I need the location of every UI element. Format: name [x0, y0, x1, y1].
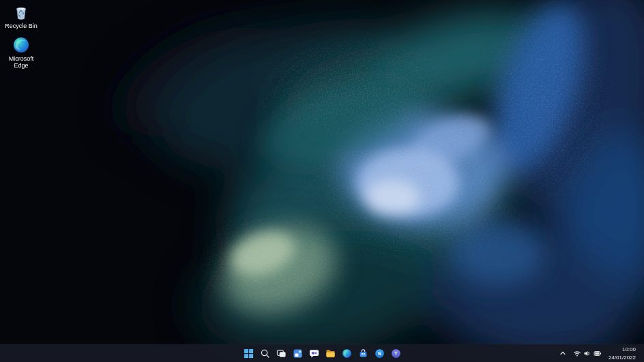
tray-clock-button[interactable]: 10:00 24/01/2022: [606, 346, 639, 361]
desktop-icon-microsoft-edge[interactable]: Microsoft Edge: [0, 36, 42, 69]
taskbar: S T: [0, 344, 644, 362]
search-button[interactable]: [257, 346, 272, 361]
desktop-icon-label: Microsoft Edge: [1, 55, 41, 69]
teams-icon: T: [391, 348, 401, 359]
search-icon: [260, 348, 270, 359]
teams-button[interactable]: T: [388, 346, 403, 361]
widgets-icon: [293, 348, 303, 359]
tray-network-volume-battery-button[interactable]: [570, 346, 604, 361]
system-tray: 10:00 24/01/2022: [557, 344, 644, 362]
file-explorer-button[interactable]: [323, 346, 338, 361]
tray-show-hidden-icons-button[interactable]: [557, 346, 569, 361]
wifi-icon: [573, 350, 581, 357]
widgets-button[interactable]: [290, 346, 305, 361]
desktop-icon-label: Recycle Bin: [5, 22, 38, 29]
windows-desktop: Recycle Bin Microsoft Edge: [0, 0, 644, 362]
chevron-up-icon: [559, 350, 566, 357]
edge-icon: [342, 348, 352, 359]
svg-text:T: T: [394, 350, 398, 357]
svg-text:S: S: [377, 350, 381, 357]
edge-icon: [12, 36, 30, 54]
desktop-icon-grid: Recycle Bin Microsoft Edge: [0, 3, 42, 69]
task-view-button[interactable]: [274, 346, 289, 361]
microsoft-store-button[interactable]: [355, 346, 370, 361]
file-explorer-icon: [325, 348, 336, 359]
edge-button[interactable]: [339, 346, 354, 361]
skype-icon: S: [375, 348, 385, 359]
windows-start-icon: [244, 348, 254, 359]
battery-icon: [594, 350, 602, 357]
desktop-icon-recycle-bin[interactable]: Recycle Bin: [0, 3, 42, 29]
desktop-wallpaper[interactable]: [0, 0, 644, 362]
recycle-bin-icon: [12, 3, 30, 21]
skype-button[interactable]: S: [372, 346, 387, 361]
taskbar-pinned-apps: S T: [241, 344, 403, 362]
volume-icon: [583, 350, 591, 357]
task-view-icon: [276, 348, 287, 359]
store-icon: [358, 348, 368, 359]
tray-time: 10:00: [622, 346, 636, 352]
tray-date: 24/01/2022: [609, 355, 636, 361]
start-button[interactable]: [241, 346, 256, 361]
chat-button[interactable]: [306, 346, 321, 361]
chat-icon: [309, 348, 319, 359]
